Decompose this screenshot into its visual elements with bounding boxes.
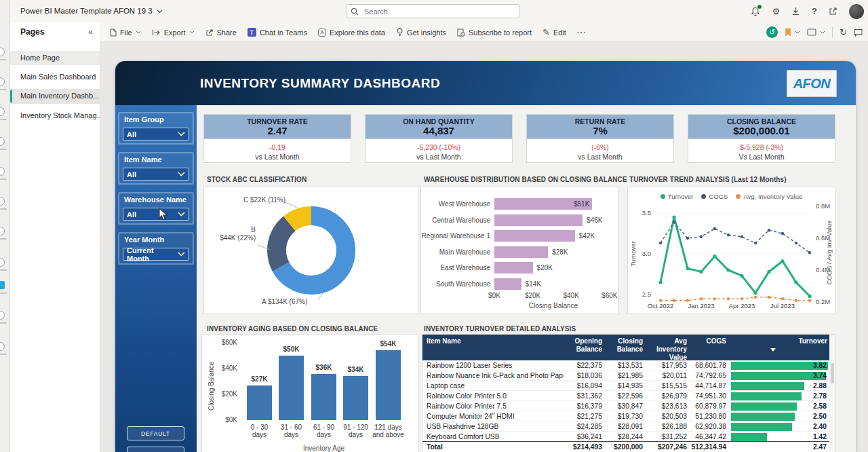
data-point[interactable] xyxy=(700,297,703,300)
table-row[interactable]: Laptop case$16,094$14,935$15,51544,714.8… xyxy=(422,381,831,391)
data-point[interactable] xyxy=(767,270,770,274)
bar-4[interactable] xyxy=(376,350,401,420)
data-point[interactable] xyxy=(727,233,730,236)
report-name-menu[interactable]: Power BI Master Template AFON 19 3 xyxy=(20,0,163,22)
table-row[interactable]: Rainbow Color Printer 5.0$31,362$22,596$… xyxy=(422,391,831,401)
rail-icon[interactable] xyxy=(0,258,5,267)
help-icon[interactable]: ? xyxy=(812,7,817,16)
data-point[interactable] xyxy=(658,280,662,284)
column-header-opening-balance[interactable]: OpeningBalance xyxy=(564,335,606,362)
explore-this-data-button[interactable]: A Explore this data xyxy=(318,29,385,37)
download-icon[interactable] xyxy=(791,7,800,16)
collapse-pages-icon[interactable]: « xyxy=(88,22,93,42)
table-row[interactable]: USB Flashdrive 128GB$24,285$28,091$26,18… xyxy=(422,421,831,432)
share-button[interactable]: Share xyxy=(205,29,237,37)
data-point[interactable] xyxy=(795,242,797,244)
rail-icon[interactable] xyxy=(0,342,5,351)
chat-in-teams-button[interactable]: T Chat in Teams xyxy=(248,28,307,37)
data-point[interactable] xyxy=(741,297,743,300)
kpi-card-closing-balance[interactable]: CLOSING BALANCE$200,000.01$-5,928 (-3%)V… xyxy=(688,114,835,163)
file-menu[interactable]: File xyxy=(110,29,141,37)
data-point[interactable] xyxy=(673,299,675,302)
data-point[interactable] xyxy=(713,255,716,258)
data-point[interactable] xyxy=(781,259,784,263)
data-point[interactable] xyxy=(686,267,689,270)
comments-button[interactable] xyxy=(854,29,863,37)
bar-central-warehouse[interactable] xyxy=(494,214,583,226)
data-point[interactable] xyxy=(808,295,811,298)
data-point[interactable] xyxy=(672,215,675,219)
table-row[interactable]: Rainbow 1200 Laser Series$22,375$13,531$… xyxy=(422,360,831,371)
refresh-icon[interactable]: ↻ xyxy=(840,28,847,37)
search-field[interactable] xyxy=(363,7,498,16)
data-point[interactable] xyxy=(700,236,703,238)
kpi-card-turnover-rate[interactable]: TURNOVER RATE2.47-0.19vs Last Month xyxy=(203,114,351,163)
notifications-icon[interactable] xyxy=(751,7,760,16)
bookmarks-menu[interactable] xyxy=(785,28,800,37)
filter-dropdown-warehouse-name[interactable]: All xyxy=(123,208,189,221)
rail-icon[interactable] xyxy=(0,311,5,320)
table-row[interactable]: Rainbow Color Printer 7.5$16,379$30,847$… xyxy=(422,401,831,411)
column-header-avg-inventory-value[interactable]: Avg InventoryValue xyxy=(646,335,690,362)
rail-icon[interactable] xyxy=(0,107,5,116)
column-header-cogs[interactable]: COGS xyxy=(690,335,730,362)
kpi-card-return-rate[interactable]: RETURN RATE7%(-6%)vs Last Month xyxy=(526,114,674,163)
bar-east-warehouse[interactable] xyxy=(494,262,533,274)
kpi-card-on-hand-quantity[interactable]: ON HAND QUANTITY44,837-5,230 (-10%)vs La… xyxy=(365,114,513,163)
bar-main-warehouse[interactable] xyxy=(494,246,548,258)
data-point[interactable] xyxy=(726,268,730,271)
subscribe-button[interactable]: Subscribe to report xyxy=(457,29,532,37)
filter-dropdown-item-group[interactable]: All xyxy=(123,128,189,140)
bar-regional-warehouse-1[interactable] xyxy=(494,230,575,242)
data-point[interactable] xyxy=(753,291,757,295)
data-point[interactable] xyxy=(768,229,770,231)
table-row[interactable]: Computer Monitor 24" HDMI$21,275$19,730$… xyxy=(422,411,831,421)
data-point[interactable] xyxy=(768,296,770,299)
rail-icon[interactable] xyxy=(0,48,5,56)
sidebar-item-main-inventory-dashb-[interactable]: Main Inventory Dashb... xyxy=(10,89,100,104)
bar-0[interactable] xyxy=(247,385,272,420)
data-point[interactable] xyxy=(699,270,703,274)
sort-desc-icon[interactable] xyxy=(770,348,776,354)
scrollbar-thumb[interactable] xyxy=(831,363,834,383)
rail-icon[interactable] xyxy=(0,227,5,236)
home-page-button[interactable]: HOME PAGE xyxy=(127,447,184,452)
data-point[interactable] xyxy=(673,221,675,223)
sidebar-item-home-page[interactable]: Home Page xyxy=(10,51,100,65)
column-header-turnover[interactable]: Turnover xyxy=(730,335,831,362)
sidebar-item-inventory-stock-manag-[interactable]: Inventory Stock Manag... xyxy=(10,109,100,123)
data-point[interactable] xyxy=(754,242,757,244)
filter-dropdown-item-name[interactable]: All xyxy=(123,168,189,181)
column-header-item-name[interactable]: Item Name xyxy=(422,335,564,362)
share-icon[interactable] xyxy=(829,7,837,16)
data-point[interactable] xyxy=(659,299,662,302)
rail-icon[interactable] xyxy=(0,167,5,176)
rail-icon-active[interactable] xyxy=(0,281,5,289)
column-header-closing-balance[interactable]: ClosingBalance xyxy=(606,335,646,362)
bar-1[interactable] xyxy=(279,356,304,420)
line-avg-inventory-value[interactable] xyxy=(660,297,810,301)
data-point[interactable] xyxy=(794,280,797,284)
legend-item-avg-inventory-value[interactable]: Avg. Inventory Value xyxy=(736,193,802,200)
sidebar-item-main-sales-dashboard[interactable]: Main Sales Dashboard xyxy=(10,70,100,84)
table-scrollbar[interactable] xyxy=(829,335,835,452)
data-point[interactable] xyxy=(686,237,689,240)
reset-filters-icon[interactable]: ↺ xyxy=(766,26,778,38)
default-button[interactable]: DEFAULT xyxy=(127,426,184,440)
search-input[interactable] xyxy=(346,4,519,18)
rail-icon[interactable] xyxy=(0,197,5,206)
data-point[interactable] xyxy=(686,299,689,302)
rail-icon[interactable] xyxy=(0,77,5,86)
data-point[interactable] xyxy=(713,297,716,300)
line-turnover[interactable] xyxy=(660,217,810,296)
bar-2[interactable] xyxy=(311,374,336,420)
bar-south-warehouse[interactable] xyxy=(494,278,521,290)
legend-item-cogs[interactable]: COGS xyxy=(701,193,728,200)
edit-button[interactable]: ✎ Edit xyxy=(542,28,566,37)
data-point[interactable] xyxy=(713,227,716,230)
table-row[interactable]: Rainbow Nuance Ink 6-Pack and Photo Pape… xyxy=(422,371,831,381)
rail-icon[interactable] xyxy=(0,137,5,146)
data-point[interactable] xyxy=(781,297,784,300)
settings-gear-icon[interactable]: ⚙ xyxy=(772,7,780,16)
data-point[interactable] xyxy=(808,251,811,254)
